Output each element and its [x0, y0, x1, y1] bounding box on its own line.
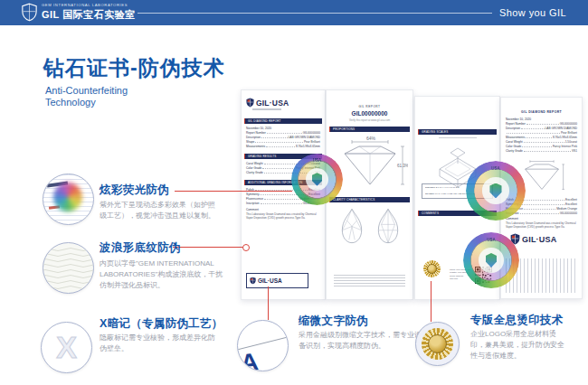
section-bar-proportions: PROPORTIONS	[329, 127, 410, 132]
rainbow-holographic-seal: USA	[463, 232, 519, 288]
feature-image-wave	[43, 242, 94, 294]
scale-caption-line	[439, 137, 477, 140]
field-label: Clarity Grade	[506, 149, 523, 154]
seal-usa-text: USA	[463, 238, 519, 242]
section-bar-scales: GRADING SCALES	[418, 129, 497, 135]
rainbow-fluorescence-icon	[53, 183, 82, 211]
report-title: GIL DIAMOND REPORT	[501, 110, 582, 114]
field-label: Description	[506, 127, 520, 131]
report-label: GIL REPORT	[327, 105, 413, 108]
feature-desc-hotstamp: 企业LOGO采用全息材料烫印，兼具美观，提升防伪安全性与造假难度。	[470, 329, 568, 362]
field-value: VS1	[572, 149, 577, 154]
cert-brand-logo: GIL·USA	[246, 98, 325, 108]
dotted-leader	[524, 209, 555, 210]
clarity-scale-label: CLARITY	[425, 192, 434, 195]
slide-anti-counterfeiting: GEM INTERNATIONAL LABORATORIES GIL 国际宝石实…	[0, 0, 588, 385]
seal-shield-icon	[486, 253, 497, 268]
org-name-en: GEM INTERNATIONAL LABORATORIES	[42, 3, 136, 7]
feature-desc-microtext: 采用金融级别微缩文字技术，需专业设备识别，实现高精度防伪。	[299, 330, 423, 352]
brand-tagline-line	[252, 108, 281, 110]
color-scale-label: COLOR	[425, 186, 433, 189]
pear-diagram-face-up	[337, 207, 366, 246]
subtitle-line-2: Technology	[45, 97, 128, 108]
feature-title-x-mark: X暗记（专属防伪工艺）	[100, 316, 223, 332]
connector-line-fluorescence	[175, 191, 292, 192]
cert-footer-logo-box: GIL·USA	[246, 273, 308, 288]
depth-percent-label: 61.3%	[397, 164, 408, 168]
clarity-diagrams	[327, 207, 413, 246]
seal-usa-text: USA	[466, 166, 526, 171]
gold-seal-icon	[422, 328, 453, 360]
feature-title-hotstamp: 专版全息烫印技术	[470, 313, 563, 328]
feature-title-microtext: 缩微文字防伪	[299, 314, 368, 329]
field-value: GIL00000000	[560, 211, 577, 216]
dotted-leader	[264, 199, 299, 200]
comment-text: This Laboratory Grown Diamond was create…	[242, 212, 325, 220]
report-rows: Report NumberGIL00000000DescriptionLAB G…	[242, 131, 325, 149]
hidden-x-mark-icon: X	[42, 323, 91, 372]
certificate-page-2: GIL REPORT GIL00000000 Verify this repor…	[326, 89, 413, 300]
section-bar-report: GIL DIAMOND REPORT	[244, 118, 322, 124]
brand-name: GIL·USA	[522, 235, 556, 244]
header-divider-line	[138, 13, 492, 14]
connector-line-hotstamp	[431, 281, 432, 322]
dotted-leader	[526, 137, 552, 138]
dotted-leader	[520, 213, 559, 214]
dotted-leader	[255, 142, 303, 143]
brand-name: GIL·USA	[258, 277, 282, 284]
field-label: Inscription	[246, 202, 260, 206]
dotted-leader	[262, 168, 295, 169]
dotted-leader	[261, 137, 288, 138]
field-label: Measurements	[246, 145, 265, 149]
dotted-leader	[507, 133, 560, 134]
brand-shield-icon	[246, 98, 254, 108]
dotted-leader	[267, 133, 302, 134]
dotted-leader	[524, 142, 564, 143]
field-value: 8.76x5.98x3.65mm	[296, 145, 320, 149]
report-number: GIL00000000	[327, 110, 413, 117]
pear-diagram-face-down	[374, 207, 403, 246]
feature-desc-fluorescence: 紫外光下呈现动态多彩效果（如护照级工艺），视觉冲击强且难以复制。	[100, 200, 219, 221]
comment-text: This Laboratory Grown Diamond was create…	[501, 221, 582, 229]
proportions-diagram: 64% 61.3%	[332, 136, 408, 193]
seal-core	[479, 248, 503, 272]
seal-shield-icon	[312, 173, 322, 186]
guilloche-waves-icon	[43, 243, 93, 293]
connector-line-wave	[173, 247, 243, 248]
section-bar-clarity: CLARITY CHARACTERISTICS	[329, 197, 410, 202]
feature-image-fluorescence	[43, 174, 94, 225]
dotted-leader	[526, 124, 559, 125]
feature-image-hotstamp	[415, 322, 460, 366]
dotted-leader	[524, 151, 571, 152]
connector-line-microtext	[268, 286, 269, 320]
seal-core	[482, 177, 508, 203]
report-rows: Report NumberGIL00000000DescriptionLAB G…	[501, 122, 582, 154]
brand-shield-icon	[250, 277, 256, 285]
feature-desc-wave: 内页以字母"GEM INTERNATIONAL LABORATORIES"构成波…	[100, 258, 226, 291]
feature-desc-x-mark: 隐蔽标记需专业核验，形成差异化防伪壁垒。	[100, 333, 221, 354]
seal-usa-text: USA	[291, 158, 343, 163]
gil-logo: GEM INTERNATIONAL LABORATORIES GIL 国际宝石实…	[22, 3, 136, 22]
fine-print-lines	[334, 275, 405, 287]
table-percent-label: 64%	[366, 136, 376, 141]
subtitle-line-1: Anti-Counterfeiting	[45, 85, 128, 97]
color-scale-values: D E F G H I J K L M N O-Z	[433, 186, 459, 189]
gold-seal-icon	[423, 260, 441, 277]
cert-field-row: Measurements8.76x5.98x3.65mm	[242, 145, 325, 149]
rainbow-holographic-seal: USA	[291, 154, 343, 205]
gil-shield-icon	[22, 3, 37, 22]
dotted-leader	[261, 203, 302, 204]
dotted-leader	[521, 128, 545, 129]
dotted-leader	[519, 204, 564, 205]
field-label: Clarity Grade	[246, 171, 263, 175]
header-tagline: Show you GIL	[499, 7, 566, 18]
seal-core	[306, 168, 328, 191]
seal-shield-icon	[489, 183, 501, 199]
header-bar: GEM INTERNATIONAL LABORATORIES GIL 国际宝石实…	[0, 0, 588, 25]
cert-brand-logo: GIL·USA	[510, 233, 582, 245]
dotted-leader	[522, 146, 552, 147]
page-title: 钻石证书-防伪技术	[43, 54, 225, 82]
connector-endpoint-circle	[242, 244, 250, 251]
org-name-zh: GIL 国际宝石实验室	[42, 8, 136, 22]
magnified-letter-icon: A	[239, 348, 260, 371]
